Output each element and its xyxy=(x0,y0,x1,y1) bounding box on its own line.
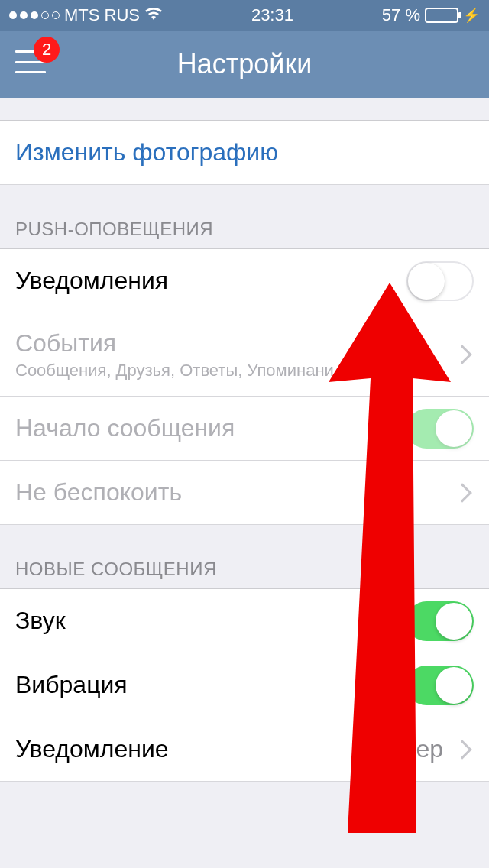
dnd-row[interactable]: Не беспокоить xyxy=(0,460,489,525)
notification-style-label: Уведомление xyxy=(15,735,359,763)
message-preview-label: Начало сообщения xyxy=(15,414,406,442)
notification-style-row[interactable]: Уведомление Баннер xyxy=(0,717,489,782)
change-photo-button[interactable]: Изменить фотографию xyxy=(0,120,489,185)
menu-button[interactable]: 2 xyxy=(15,50,46,73)
nav-bar: 2 Настройки xyxy=(0,31,489,98)
message-preview-toggle[interactable] xyxy=(406,409,474,449)
chevron-right-icon xyxy=(452,483,471,502)
cellular-signal-icon xyxy=(9,11,60,19)
sound-toggle[interactable] xyxy=(406,601,474,641)
section-header-new-messages: НОВЫЕ СООБЩЕНИЯ xyxy=(0,525,489,589)
section-header-push: PUSH-ОПОВЕЩЕНИЯ xyxy=(0,185,489,249)
notifications-toggle[interactable] xyxy=(406,261,474,301)
status-left: MTS RUS xyxy=(9,5,163,25)
notifications-row[interactable]: Уведомления xyxy=(0,248,489,313)
notifications-label: Уведомления xyxy=(15,267,406,295)
sound-label: Звук xyxy=(15,607,406,635)
page-title: Настройки xyxy=(0,48,489,80)
vibration-toggle[interactable] xyxy=(406,666,474,705)
vibration-label: Вибрация xyxy=(15,671,406,699)
battery-percent-label: 57 % xyxy=(382,5,420,25)
change-photo-label: Изменить фотографию xyxy=(15,138,474,167)
events-row[interactable]: События Сообщения, Друзья, Ответы, Упоми… xyxy=(0,313,489,397)
events-sublabel: Сообщения, Друзья, Ответы, Упоминани... xyxy=(15,361,446,381)
carrier-label: MTS RUS xyxy=(64,5,140,25)
chevron-right-icon xyxy=(452,345,471,364)
dnd-label: Не беспокоить xyxy=(15,478,446,507)
message-preview-row[interactable]: Начало сообщения xyxy=(0,396,489,461)
chevron-right-icon xyxy=(452,740,471,759)
sound-row[interactable]: Звук xyxy=(0,588,489,653)
vibration-row[interactable]: Вибрация xyxy=(0,653,489,717)
battery-icon xyxy=(425,8,458,23)
status-bar: MTS RUS 23:31 57 % ⚡ xyxy=(0,0,489,31)
clock-label: 23:31 xyxy=(251,5,293,25)
events-label: События xyxy=(15,329,446,358)
status-right: 57 % ⚡ xyxy=(382,5,480,25)
charging-icon: ⚡ xyxy=(463,7,480,24)
notification-style-value: Баннер xyxy=(359,735,443,763)
wifi-icon xyxy=(144,5,163,25)
menu-badge: 2 xyxy=(34,37,60,63)
